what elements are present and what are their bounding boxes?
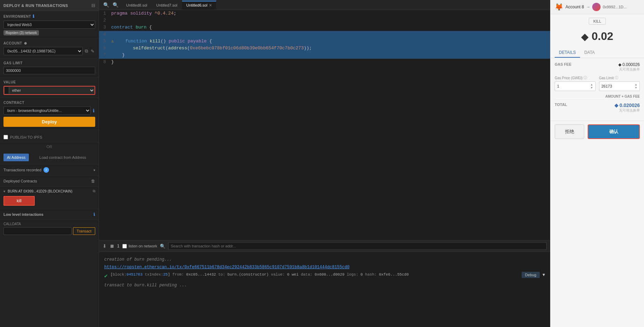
account-avatar bbox=[592, 3, 601, 11]
transactions-recorded-label: Transactions recorded bbox=[3, 168, 41, 172]
debug-button[interactable]: Debug bbox=[522, 272, 540, 278]
tab-untitled8[interactable]: Untitled8.sol bbox=[122, 1, 152, 9]
etherscan-link[interactable]: https://ropsten.etherscan.io/tx/0xfe6675… bbox=[104, 265, 350, 270]
code-line-4: 4 bbox=[99, 31, 550, 38]
account-name: Account 8 bbox=[565, 5, 584, 9]
scroll-down-icon[interactable]: ⬇ bbox=[103, 243, 107, 249]
tabs-bar: 🔍 🔍 Untitled8.sol Untitled7.sol Untitled… bbox=[99, 0, 550, 10]
delete-deployed-icon[interactable]: 🗑 bbox=[91, 179, 95, 183]
console-line-pending2: transact to burn.kill pending ... bbox=[104, 282, 545, 289]
value-unit-select[interactable]: ether wei gwei finney bbox=[9, 87, 95, 94]
code-line-3: 3 contract burn { bbox=[99, 24, 550, 31]
code-line-2: 2 bbox=[99, 17, 550, 24]
contract-select[interactable]: burn - browser/kongtou/Untitle... bbox=[3, 106, 91, 115]
gas-limit-input-display: 26173 ▲▼ bbox=[599, 81, 640, 91]
gas-limit-label-mm: Gas Limit ⓘ bbox=[599, 75, 640, 80]
gas-limit-label: GAS LIMIT bbox=[3, 61, 23, 65]
value-input[interactable]: 0.02 bbox=[4, 87, 9, 94]
console-success-text: [block:9451763 txIndex:25] from: 0xc05..… bbox=[111, 272, 409, 278]
load-contract-button[interactable]: Load contract from Address bbox=[30, 154, 95, 161]
gas-fee-sub: 无可用兑换率 bbox=[618, 67, 640, 72]
publish-section: PUBLISH TO IPFS bbox=[0, 130, 99, 142]
low-level-info-icon[interactable]: ℹ bbox=[93, 212, 95, 217]
total-eth: ◆ 0.020026 bbox=[614, 103, 640, 108]
edit-account-button[interactable]: ✎ bbox=[90, 48, 95, 55]
editor-controls: 🔍 🔍 bbox=[100, 0, 121, 10]
value-section: VALUE 0.02 ether wei gwei finney bbox=[0, 77, 99, 98]
tab-close-icon[interactable]: ✕ bbox=[209, 3, 212, 8]
listen-row: listen on network bbox=[122, 244, 157, 248]
code-editor[interactable]: 1 pragma solidity ^0.4.24; 2 3 contract … bbox=[99, 10, 550, 240]
contract-section: CONTRACT burn - browser/kongtou/Untitle.… bbox=[0, 98, 99, 130]
metamask-panel: 🦊 Account 8 → 0x9992...1D... KILL ◆ 0.02… bbox=[550, 0, 644, 327]
environment-section: ENVIRONMENT ℹ Injected Web3 Ropsten (3) … bbox=[0, 11, 99, 39]
transactions-recorded-row[interactable]: Transactions recorded 2 ▾ bbox=[0, 164, 99, 176]
gas-fee-label: GAS FEE bbox=[555, 62, 571, 66]
listen-checkbox[interactable] bbox=[122, 244, 127, 248]
tab-details-label: DETAILS bbox=[559, 50, 576, 55]
publish-label: PUBLISH TO IPFS bbox=[10, 135, 42, 139]
contract-info-icon[interactable]: ℹ bbox=[92, 107, 95, 114]
copy-account-button[interactable]: ⧉ bbox=[84, 48, 89, 55]
gas-limit-input[interactable]: 3000000 bbox=[3, 67, 95, 74]
eth-value: 0.02 bbox=[592, 30, 613, 42]
contract-row: burn - browser/kongtou/Untitle... ℹ bbox=[3, 106, 95, 115]
copy-burn-icon[interactable]: ⧉ bbox=[93, 189, 95, 193]
low-level-interactions-row: Low level interactions ℹ bbox=[0, 209, 99, 220]
console-counter: 1 bbox=[117, 244, 120, 248]
debug-chevron-icon[interactable]: ▾ bbox=[543, 272, 545, 277]
tab-details[interactable]: DETAILS bbox=[555, 48, 580, 58]
metamask-details: GAS FEE ◆ 0.000026 无可用兑换率 Gas Price (GWE… bbox=[551, 58, 644, 121]
gas-price-input-display: 1 ▲▼ bbox=[555, 81, 596, 91]
gas-price-info-icon[interactable]: ⓘ bbox=[584, 75, 587, 80]
calldata-label: CALLDATA bbox=[3, 222, 95, 226]
tab-untitled7[interactable]: Untitled7.sol bbox=[152, 1, 182, 9]
clear-console-icon[interactable]: ⏹ bbox=[109, 243, 114, 249]
kill-button[interactable]: kill bbox=[3, 196, 35, 206]
deploy-button[interactable]: Deploy bbox=[3, 117, 95, 127]
calldata-input[interactable] bbox=[3, 227, 72, 235]
value-row: 0.02 ether wei gwei finney bbox=[3, 86, 95, 95]
account-plus-icon[interactable]: ⊕ bbox=[24, 41, 27, 45]
eth-amount-display: ◆ 0.02 bbox=[551, 28, 644, 48]
environment-label: ENVIRONMENT bbox=[3, 15, 31, 18]
zoom-in-button[interactable]: 🔍 bbox=[111, 1, 120, 8]
environment-select[interactable]: Injected Web3 bbox=[3, 21, 95, 29]
value-label: VALUE bbox=[3, 80, 16, 84]
metamask-kill-button[interactable]: KILL bbox=[589, 18, 606, 25]
editor-area: 🔍 🔍 Untitled8.sol Untitled7.sol Untitled… bbox=[99, 0, 550, 240]
transactions-recorded-left: Transactions recorded 2 bbox=[3, 167, 49, 173]
tab-untitled6[interactable]: Untitled6.sol ✕ bbox=[182, 1, 216, 9]
reject-button[interactable]: 拒绝 bbox=[555, 124, 584, 139]
zoom-out-button[interactable]: 🔍 bbox=[102, 1, 111, 8]
total-row: TOTAL ◆ 0.020026 无可用兑换率 bbox=[555, 99, 640, 113]
console-search-input[interactable] bbox=[168, 242, 547, 250]
tab-data-label: DATA bbox=[584, 50, 595, 55]
deployed-contracts-label: Deployed Contracts bbox=[3, 179, 37, 183]
panel-settings-icon[interactable]: ⊟ bbox=[91, 3, 95, 8]
account-select[interactable]: 0xc05...14432 (0.1988736Ξ) bbox=[3, 47, 83, 55]
network-badge: Ropsten (3) network bbox=[3, 30, 39, 35]
console-line-link: https://ropsten.etherscan.io/tx/0xfe6675… bbox=[104, 264, 545, 271]
gas-price-spinners[interactable]: ▲▼ bbox=[590, 83, 593, 89]
at-address-row: At Address Load contract from Address bbox=[3, 154, 95, 161]
code-line-1: 1 pragma solidity ^0.4.24; bbox=[99, 10, 550, 17]
console-search-icon[interactable]: 🔍 bbox=[160, 244, 165, 249]
confirm-button[interactable]: 确认 bbox=[588, 124, 640, 139]
transact-button[interactable]: Transact bbox=[73, 227, 95, 235]
publish-checkbox[interactable] bbox=[3, 135, 8, 139]
code-line-6: 6 selfdestruct(address(0xe6bebc078bf01c0… bbox=[99, 45, 550, 52]
environment-info-icon[interactable]: ℹ bbox=[33, 14, 35, 19]
console-output: creation of burn pending... https://rops… bbox=[99, 252, 550, 327]
burn-header[interactable]: ▾ BURN AT 0X999...41D29 (BLOCKCHAIN) ⧉ bbox=[3, 188, 95, 194]
arrow-icon: → bbox=[586, 5, 590, 9]
at-address-button[interactable]: At Address bbox=[3, 154, 29, 161]
gas-limit-spinners[interactable]: ▲▼ bbox=[635, 83, 637, 89]
gas-limit-info-icon[interactable]: ⓘ bbox=[615, 75, 618, 80]
gas-inputs-row: Gas Price (GWEI) ⓘ 1 ▲▼ Gas Limit ⓘ 2617… bbox=[555, 75, 640, 91]
gas-limit-section: GAS LIMIT 3000000 bbox=[0, 58, 99, 77]
tab-data[interactable]: DATA bbox=[580, 48, 599, 58]
transactions-count-badge: 2 bbox=[43, 167, 49, 173]
calldata-section: CALLDATA Transact bbox=[0, 220, 99, 237]
account-section: ACCOUNT ⊕ 0xc05...14432 (0.1988736Ξ) ⧉ ✎ bbox=[0, 39, 99, 58]
